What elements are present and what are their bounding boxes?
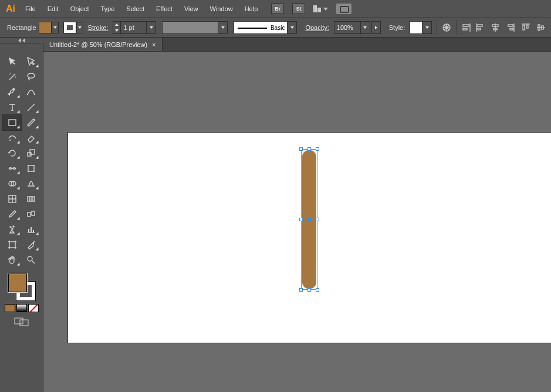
tool-selection[interactable]: [3, 54, 22, 69]
tool-type[interactable]: [3, 100, 22, 115]
flyout-icon: [16, 187, 19, 190]
control-bar: Rectangle Stroke: Basic Opacity: Style:: [0, 18, 551, 38]
fill-swatch[interactable]: [39, 22, 59, 33]
fill-dropdown-button[interactable]: [52, 22, 59, 33]
opacity-dropdown[interactable]: [361, 21, 370, 34]
variable-width-profile[interactable]: [162, 21, 218, 34]
svg-rect-37: [9, 242, 15, 248]
tool-eyedropper[interactable]: [3, 207, 22, 222]
flyout-icon: [35, 156, 38, 159]
tool-artboard[interactable]: [3, 237, 22, 252]
color-mode-gradient[interactable]: [16, 304, 27, 312]
tool-curvature[interactable]: [22, 85, 40, 100]
align-left-button[interactable]: [474, 20, 486, 35]
close-tab-button[interactable]: ×: [152, 41, 156, 48]
color-mode-none[interactable]: [28, 304, 39, 312]
menu-help[interactable]: Help: [239, 3, 263, 15]
menu-select[interactable]: Select: [121, 3, 150, 15]
align-hcenter-icon: [491, 23, 500, 32]
tool-scale[interactable]: [22, 146, 40, 161]
tool-gradient[interactable]: [22, 191, 40, 207]
style-label[interactable]: Style:: [387, 24, 408, 31]
tool-free-transform[interactable]: [22, 161, 40, 176]
app-logo-icon: Ai: [2, 1, 19, 17]
recolor-artwork-button[interactable]: [442, 20, 452, 35]
variable-width-dropdown[interactable]: [218, 21, 228, 34]
tool-paintbrush[interactable]: [22, 115, 40, 130]
svg-rect-39: [15, 318, 23, 324]
canvas-area[interactable]: [43, 52, 551, 392]
brush-label: Basic: [271, 25, 285, 31]
tool-perspective-grid[interactable]: [22, 176, 40, 191]
align-center-h-button[interactable]: [489, 20, 502, 35]
color-mode-row: [0, 304, 43, 312]
svg-point-13: [28, 73, 35, 78]
tool-hand[interactable]: [3, 252, 22, 268]
svg-rect-20: [28, 165, 34, 171]
tool-shaper[interactable]: [3, 130, 22, 146]
tool-symbol-sprayer[interactable]: [3, 222, 22, 237]
align-top-button[interactable]: [519, 20, 532, 35]
color-mode-color[interactable]: [5, 304, 15, 312]
opacity-label[interactable]: Opacity:: [303, 24, 331, 31]
graphic-style-swatch[interactable]: [410, 21, 422, 34]
menu-file[interactable]: File: [20, 3, 41, 15]
tool-line[interactable]: [22, 100, 40, 115]
align-top-icon: [521, 23, 530, 32]
gpu-preview-button[interactable]: [336, 4, 351, 14]
brush-definition[interactable]: Basic: [234, 21, 288, 34]
stroke-swatch[interactable]: [63, 22, 83, 33]
fill-stroke-proxy[interactable]: [8, 273, 35, 300]
tool-pen[interactable]: [3, 85, 22, 100]
arrange-documents-button[interactable]: [313, 5, 328, 12]
stroke-weight-dropdown[interactable]: [147, 21, 156, 34]
toolbox-collapse-handle[interactable]: [0, 38, 43, 43]
tool-eraser[interactable]: [22, 130, 40, 146]
stroke-weight-input[interactable]: [121, 21, 147, 34]
stroke-dropdown-button[interactable]: [76, 22, 83, 33]
fill-proxy[interactable]: [8, 273, 27, 292]
stroke-label[interactable]: Stroke:: [86, 24, 111, 31]
svg-rect-10: [526, 25, 528, 28]
align-panel-button[interactable]: [461, 20, 471, 35]
flyout-icon: [35, 110, 38, 113]
svg-point-38: [28, 256, 32, 261]
document-tab[interactable]: Untitled-2* @ 50% (RGB/Preview) ×: [43, 38, 163, 51]
tool-mesh[interactable]: [3, 191, 22, 207]
graphic-style-dropdown[interactable]: [422, 21, 432, 34]
brush-dropdown[interactable]: [288, 21, 297, 34]
chevron-down-icon: [290, 26, 294, 29]
menu-object[interactable]: Object: [65, 3, 94, 15]
tool-rectangle[interactable]: [3, 115, 22, 130]
tool-blend[interactable]: [22, 207, 40, 222]
stock-button[interactable]: St: [292, 4, 305, 14]
rectangle-shape[interactable]: [302, 150, 316, 289]
menu-effect[interactable]: Effect: [151, 3, 178, 15]
tool-direct-selection[interactable]: [22, 54, 40, 69]
tool-zoom[interactable]: [22, 252, 40, 268]
align-center-v-button[interactable]: [535, 20, 547, 35]
menu-edit[interactable]: Edit: [42, 3, 64, 15]
menu-view[interactable]: View: [179, 3, 204, 15]
menu-type[interactable]: Type: [96, 3, 120, 15]
tool-rotate[interactable]: [3, 146, 22, 161]
svg-point-33: [12, 228, 13, 229]
tool-magic-wand[interactable]: [3, 69, 22, 85]
flyout-icon: [16, 110, 19, 113]
stroke-color-icon: [63, 22, 76, 33]
menu-window[interactable]: Window: [205, 3, 238, 15]
svg-point-23: [28, 171, 29, 172]
stepper-arrows[interactable]: [113, 21, 121, 34]
tool-lasso[interactable]: [22, 69, 40, 85]
tool-column-graph[interactable]: [22, 222, 40, 237]
chevron-down-icon: [221, 26, 225, 29]
tool-shape-builder[interactable]: [3, 176, 22, 191]
opacity-input[interactable]: [334, 21, 361, 34]
stroke-weight-stepper[interactable]: [113, 21, 156, 34]
tool-slice[interactable]: [22, 237, 40, 252]
opacity-next-button[interactable]: [371, 21, 381, 34]
screen-mode-button[interactable]: [0, 317, 43, 326]
align-right-button[interactable]: [504, 20, 517, 35]
tool-width[interactable]: [3, 161, 22, 176]
bridge-button[interactable]: Br: [271, 4, 284, 14]
